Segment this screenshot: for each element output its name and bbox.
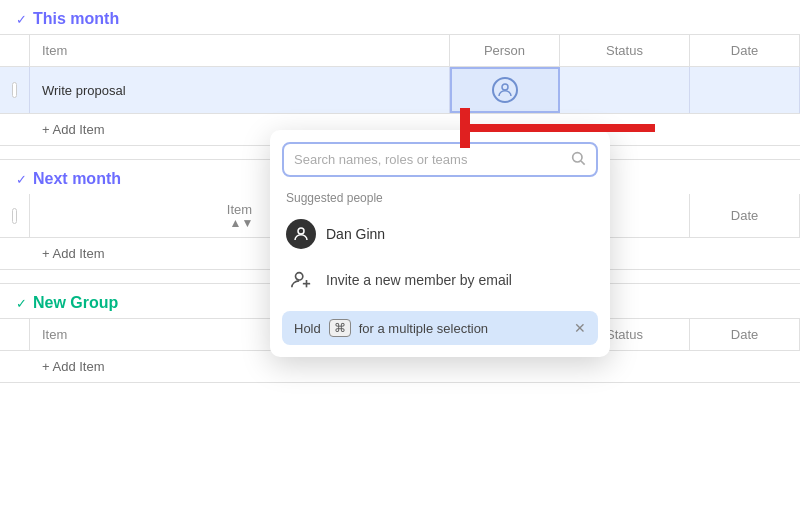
avatar-icon bbox=[492, 77, 518, 103]
nm-checkbox-input[interactable] bbox=[12, 208, 17, 224]
col-status: Status bbox=[560, 35, 690, 66]
invite-item[interactable]: Invite a new member by email bbox=[282, 257, 598, 303]
next-month-chevron[interactable]: ✓ bbox=[16, 172, 27, 187]
person-item-dan[interactable]: Dan Ginn bbox=[282, 211, 598, 257]
invite-icon bbox=[286, 265, 316, 295]
ng-col-checkbox bbox=[0, 319, 30, 350]
cmd-key-icon: ⌘ bbox=[329, 319, 351, 337]
sort-icon[interactable]: ▲▼ bbox=[230, 217, 254, 229]
row-item-cell: Write proposal bbox=[30, 67, 450, 113]
person-dropdown: Suggested people Dan Ginn Invite a new m… bbox=[270, 130, 610, 357]
row-person-cell[interactable] bbox=[450, 67, 560, 113]
row-checkbox[interactable] bbox=[0, 67, 30, 113]
row-status-cell bbox=[560, 67, 690, 113]
col-date: Date bbox=[690, 35, 800, 66]
add-item-ng-label: + Add Item bbox=[42, 359, 105, 374]
invite-text: Invite a new member by email bbox=[326, 272, 512, 288]
person-name: Dan Ginn bbox=[326, 226, 385, 242]
this-month-chevron[interactable]: ✓ bbox=[16, 12, 27, 27]
hold-action: for a multiple selection bbox=[359, 321, 488, 336]
row-date-cell bbox=[690, 67, 800, 113]
hold-close-button[interactable]: ✕ bbox=[574, 320, 586, 336]
this-month-title: This month bbox=[33, 10, 119, 28]
nm-date-cell: Date bbox=[690, 194, 800, 237]
table-header-this-month: Item Person Status Date bbox=[0, 34, 800, 67]
add-item-nm-label: + Add Item bbox=[42, 246, 105, 261]
nm-item-label: Item bbox=[227, 202, 252, 217]
hold-bar: Hold ⌘ for a multiple selection ✕ bbox=[282, 311, 598, 345]
search-icon bbox=[570, 150, 586, 169]
svg-point-6 bbox=[296, 273, 303, 280]
col-checkbox bbox=[0, 35, 30, 66]
this-month-section: ✓ This month Item Person Status Date Wri… bbox=[0, 0, 800, 146]
nm-checkbox[interactable] bbox=[0, 194, 30, 237]
search-input[interactable] bbox=[294, 152, 564, 167]
next-month-title: Next month bbox=[33, 170, 121, 188]
ng-col-date: Date bbox=[690, 319, 800, 350]
new-group-chevron[interactable]: ✓ bbox=[16, 296, 27, 311]
item-text: Write proposal bbox=[42, 83, 126, 98]
suggested-label: Suggested people bbox=[282, 187, 598, 211]
svg-point-3 bbox=[573, 153, 582, 162]
search-box[interactable] bbox=[282, 142, 598, 177]
col-item: Item bbox=[30, 35, 450, 66]
col-person: Person bbox=[450, 35, 560, 66]
svg-line-4 bbox=[581, 161, 585, 165]
hold-label: Hold bbox=[294, 321, 321, 336]
add-item-label: + Add Item bbox=[42, 122, 105, 137]
this-month-header: ✓ This month bbox=[0, 0, 800, 34]
svg-point-5 bbox=[298, 228, 304, 234]
table-row: Write proposal bbox=[0, 67, 800, 114]
new-group-title: New Group bbox=[33, 294, 118, 312]
svg-point-0 bbox=[502, 84, 508, 90]
person-avatar bbox=[286, 219, 316, 249]
nm-date-label: Date bbox=[731, 208, 758, 223]
checkbox-input[interactable] bbox=[12, 82, 17, 98]
